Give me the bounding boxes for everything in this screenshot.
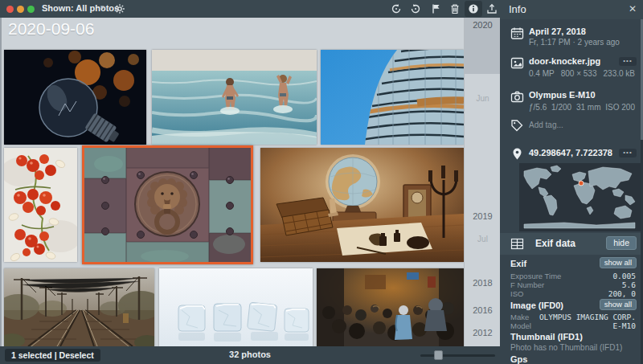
- exif-section-image-ifd0: Image (IFD0): [510, 301, 563, 310]
- photo-thumbnail-women-in-sea[interactable]: [152, 50, 317, 145]
- camera-settings-row: ƒ/5.6 1/200 31 mm ISO 200: [529, 103, 635, 112]
- close-icon[interactable]: ✕: [629, 3, 637, 14]
- timeline-label-2016[interactable]: 2016: [465, 305, 501, 315]
- settings-gear-icon[interactable]: [114, 3, 125, 14]
- camera-model-label: Olympus E-M10: [529, 90, 596, 100]
- photo-date-label: April 27, 2018: [529, 27, 586, 36]
- photo-grid-canvas: 2020-09-06: [0, 18, 464, 346]
- date-group-header: 2020-09-06: [8, 19, 94, 39]
- photo-manager-window: Shown: All photos ▾ 2020-09-06: [0, 0, 643, 364]
- exif-show-all-button[interactable]: show all: [600, 257, 637, 268]
- ifd0-show-all-button[interactable]: show all: [600, 299, 637, 310]
- trash-icon[interactable]: [449, 3, 461, 14]
- exif-row-label: ISO: [510, 289, 523, 298]
- image-file-icon: [510, 56, 524, 70]
- exif-section-thumbnail-ifd1: Thumbnail (IFD1): [510, 332, 583, 342]
- photo-thumbnail-twisted-tower[interactable]: [321, 50, 464, 145]
- add-tag-input[interactable]: [529, 121, 625, 129]
- file-megapixels: 0.4 MP: [529, 69, 555, 78]
- timeline-label-jun[interactable]: Jun: [465, 94, 501, 103]
- timeline-label-jul[interactable]: Jul: [465, 235, 501, 243]
- photo-thumbnail-street-crowd[interactable]: [317, 268, 464, 346]
- info-panel-title: Info: [509, 3, 526, 15]
- file-dimensions: 800 × 533: [561, 69, 597, 78]
- photo-thumbnail-globe-desk[interactable]: [260, 148, 464, 262]
- exif-row-value: 0.005: [612, 272, 636, 280]
- file-name-label: door-knocker.jpg: [529, 56, 600, 66]
- exif-section-gps: Gps: [510, 354, 527, 364]
- file-size: 233.0 kB: [604, 69, 635, 78]
- exif-row-value: 5.6: [622, 280, 636, 289]
- info-panel: Info ✕ April 27, 2018 Fr, 1:17 PM · 2 ye…: [500, 0, 643, 364]
- photo-date-relative-label: Fr, 1:17 PM · 2 years ago: [529, 38, 620, 47]
- timeline-label-2019[interactable]: 2019: [465, 211, 501, 221]
- gps-coordinates-label: 49.298647, 7.722378: [529, 148, 612, 157]
- file-more-icon[interactable]: •••: [619, 57, 637, 66]
- location-more-icon[interactable]: •••: [619, 149, 637, 157]
- flag-icon[interactable]: [431, 3, 442, 14]
- rotate-left-icon[interactable]: [391, 3, 402, 14]
- camera-focal-length: 31 mm: [576, 103, 601, 112]
- window-close-button[interactable]: [6, 6, 14, 13]
- chevron-down-icon: ▾: [100, 3, 104, 11]
- camera-iso: ISO 200: [605, 103, 635, 112]
- photo-thumbnail-lion-door-knocker[interactable]: [82, 145, 253, 264]
- camera-aperture: ƒ/5.6: [529, 103, 547, 112]
- calendar-icon: [510, 27, 524, 40]
- file-stats-row: 0.4 MP 800 × 533 233.0 kB: [529, 69, 635, 78]
- camera-shutter: 1/200: [551, 103, 571, 112]
- toolbar: Shown: All photos ▾: [0, 0, 500, 18]
- exif-row-label: F Number: [510, 280, 544, 289]
- rotate-right-icon[interactable]: [410, 3, 421, 14]
- camera-icon: [510, 90, 524, 104]
- thumbnail-zoom-slider-thumb[interactable]: [434, 350, 443, 360]
- timeline-label-2018[interactable]: 2018: [465, 278, 501, 288]
- exif-row-label: Exposure Time: [510, 272, 561, 280]
- status-bar: 1 selected | Deselect 32 photos: [0, 346, 500, 364]
- exif-row-value: E-M10: [612, 321, 636, 330]
- export-share-icon[interactable]: [486, 3, 498, 14]
- location-pin-icon: [510, 147, 524, 161]
- timeline-scrollbar[interactable]: 2020 Jun 2019 Jul 2018 2016 2012: [464, 18, 500, 346]
- thumbnail-zoom-slider[interactable]: [420, 354, 495, 357]
- exif-row-label: Make: [510, 313, 529, 321]
- timeline-label-2012[interactable]: 2012: [465, 328, 501, 337]
- photo-thumbnail-cherry-tomatoes[interactable]: [4, 148, 77, 262]
- shown-filter-dropdown[interactable]: Shown: All photos: [42, 3, 119, 13]
- tag-icon: [510, 119, 524, 133]
- exif-data-title: Exif data: [535, 238, 575, 249]
- info-icon[interactable]: [468, 3, 479, 14]
- exif-row-value: OLYMPUS IMAGING CORP.: [539, 313, 636, 321]
- window-minimize-button[interactable]: [17, 6, 24, 13]
- exif-hide-button[interactable]: hide: [606, 236, 637, 250]
- photo-thumbnail-railway-tracks[interactable]: [4, 268, 154, 346]
- table-icon: [510, 237, 524, 251]
- location-world-map[interactable]: [519, 163, 641, 231]
- photo-thumbnail-ice-cubes[interactable]: [159, 268, 313, 346]
- info-panel-header: Info ✕: [500, 0, 643, 19]
- map-photo-marker: [579, 181, 584, 186]
- exif-section-exif: Exif: [510, 259, 526, 268]
- photo-thumbnail-light-bulb-bokeh[interactable]: [4, 50, 146, 145]
- exif-row-label: Model: [510, 321, 531, 330]
- window-zoom-button[interactable]: [27, 6, 35, 13]
- exif-row-value: 200, 0: [608, 289, 636, 298]
- timeline-label-2020[interactable]: 2020: [465, 20, 501, 30]
- thumbnail-note: Photo has no Thumbnail (IFD1): [510, 343, 622, 352]
